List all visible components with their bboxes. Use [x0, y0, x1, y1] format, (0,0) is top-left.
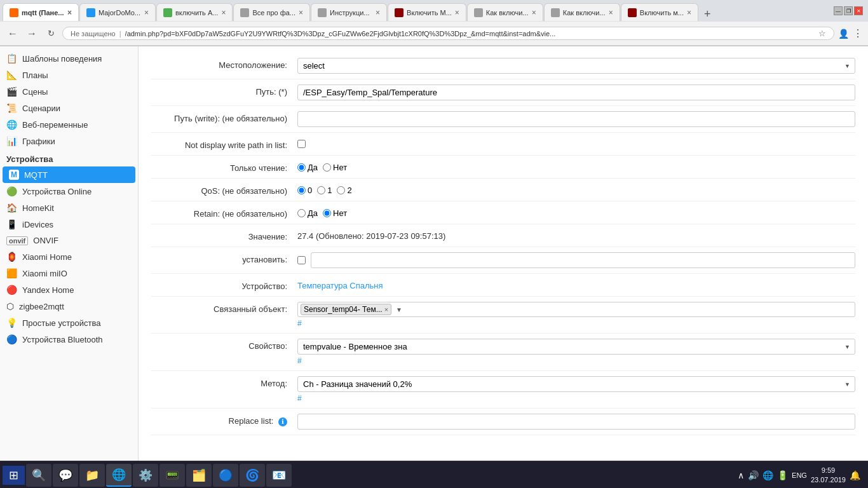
browser-tab-t5[interactable]: Инструкци... × [311, 3, 387, 21]
taskbar-search-button[interactable]: 🔍 [26, 464, 51, 487]
bookmark-icon[interactable]: ☆ [818, 29, 826, 38]
sidebar-item-plans[interactable]: 📐 Планы [0, 67, 138, 83]
method-select[interactable]: Ch - Разница значений 0,2% [297, 376, 855, 392]
sidebar-item-label: Сцены [22, 87, 48, 97]
tab-close-button[interactable]: × [455, 8, 459, 17]
retain-no-option[interactable]: Нет [323, 208, 347, 218]
sidebar-item-scenarios[interactable]: 📜 Сценарии [0, 100, 138, 116]
profile-icon[interactable]: 👤 [838, 29, 849, 39]
tab-close-button[interactable]: × [299, 8, 303, 17]
refresh-button[interactable]: ↻ [43, 29, 58, 38]
set-checkbox[interactable] [297, 256, 306, 264]
sidebar-item-simple[interactable]: 💡 Простые устройства [0, 315, 138, 331]
value-row: Значение: 27.4 (Обновлено: 2019-07-23 09… [151, 224, 855, 247]
sidebar-item-bluetooth[interactable]: 🔵 Устройства Bluetooth [0, 331, 138, 348]
set-input[interactable] [311, 252, 855, 268]
sidebar-item-yandex[interactable]: 🔴 Yandex Home [0, 281, 138, 298]
tray-up-arrow[interactable]: ∧ [738, 470, 744, 480]
retain-yes-radio[interactable] [297, 209, 306, 217]
write-path-input[interactable] [297, 111, 855, 127]
retain-no-radio[interactable] [323, 209, 331, 217]
tray-network-icon[interactable]: 🌐 [763, 470, 773, 480]
browser-tab-t7[interactable]: Как включи... × [467, 3, 543, 21]
tab-close-button[interactable]: × [221, 8, 226, 17]
qos-2-radio[interactable] [337, 186, 345, 194]
sidebar-item-xiaomi-mio[interactable]: 🟧 Xiaomi miIO [0, 265, 138, 281]
sidebar-item-mqtt[interactable]: M MQTT [3, 166, 135, 183]
taskbar-browser-button[interactable]: 🌐 [106, 464, 132, 487]
forward-button[interactable]: → [24, 28, 39, 39]
taskbar-cortana-button[interactable]: 💬 [53, 464, 78, 487]
menu-icon[interactable]: ⋮ [853, 27, 863, 39]
sidebar-item-xiaomi-home[interactable]: 🏮 Xiaomi Home [0, 248, 138, 265]
sidebar-item-homekit[interactable]: 🏠 HomeKit [0, 200, 138, 216]
simple-icon: 💡 [6, 318, 17, 328]
taskbar-settings-button[interactable]: ⚙️ [133, 464, 158, 487]
tab-close-button[interactable]: × [609, 8, 613, 17]
sidebar-item-online[interactable]: 🟢 Устройства Online [0, 183, 138, 200]
sidebar-item-templates[interactable]: 📋 Шаблоны поведения [0, 50, 138, 67]
readonly-no-radio[interactable] [323, 163, 331, 172]
tray-notification-icon[interactable]: 🔔 [850, 470, 860, 480]
sidebar-item-zigbee[interactable]: ⬡ zigbee2mqtt [0, 298, 138, 315]
readonly-yes-radio[interactable] [297, 163, 306, 172]
readonly-no-option[interactable]: Нет [323, 163, 347, 172]
sidebar-item-label: Шаблоны поведения [22, 54, 102, 64]
linked-tag-remove[interactable]: × [384, 306, 388, 313]
property-hash-link[interactable]: # [297, 356, 855, 365]
tab-close-button[interactable]: × [532, 8, 536, 17]
qos-1-option[interactable]: 1 [317, 186, 332, 195]
sidebar-item-scenes[interactable]: 🎬 Сцены [0, 83, 138, 100]
readonly-yes-option[interactable]: Да [297, 163, 318, 172]
path-input[interactable] [297, 85, 855, 100]
taskbar-chrome-button[interactable]: 🌀 [240, 464, 265, 487]
qos-0-option[interactable]: 0 [297, 186, 312, 195]
taskbar-files-button[interactable]: 📁 [79, 464, 105, 487]
new-tab-button[interactable]: + [699, 8, 716, 21]
sidebar-item-web-vars[interactable]: 🌐 Веб-переменные [0, 116, 138, 133]
qos-1-radio[interactable] [317, 186, 325, 194]
browser-tab-t8[interactable]: Как включи... × [544, 3, 620, 21]
browser-tab-t2[interactable]: MajorDoMo... × [79, 3, 156, 21]
location-select[interactable]: select [297, 58, 855, 74]
linked-dropdown-button[interactable]: ▼ [394, 306, 404, 314]
browser-tab-t1[interactable]: mqtt (Пане... × [3, 3, 79, 21]
close-button[interactable]: ✕ [854, 6, 863, 15]
sidebar-item-onvif[interactable]: onvif ONVIF [0, 233, 138, 248]
location-label: Местоположение: [151, 58, 297, 70]
taskbar-folder-button[interactable]: 🗂️ [186, 464, 212, 487]
sidebar-item-label: iDevices [22, 220, 53, 229]
qos-0-radio[interactable] [297, 186, 306, 194]
no-display-checkbox[interactable] [297, 140, 306, 148]
tray-battery-icon[interactable]: 🔋 [777, 470, 788, 480]
start-button[interactable]: ⊞ [3, 466, 25, 485]
readonly-row: Только чтение: Да Нет [151, 156, 855, 179]
browser-tab-t9[interactable]: Включить м... × [621, 3, 698, 21]
back-button[interactable]: ← [5, 28, 20, 39]
tray-volume-icon[interactable]: 🔊 [748, 470, 759, 480]
tab-close-button[interactable]: × [376, 8, 380, 17]
linked-hash-link[interactable]: # [297, 319, 855, 328]
tab-close-button[interactable]: × [687, 8, 691, 17]
minimize-button[interactable]: — [834, 6, 843, 15]
browser-tab-t6[interactable]: Включить М... × [388, 3, 466, 21]
retain-row: Retain: (не обязательно) Да Нет [151, 201, 855, 224]
sidebar-item-idevices[interactable]: 📱 iDevices [0, 216, 138, 233]
replace-input[interactable] [297, 414, 855, 430]
property-select[interactable]: tempvalue - Временное зна [297, 339, 855, 355]
browser-tab-t3[interactable]: включить А... × [156, 3, 233, 21]
browser-tab-t4[interactable]: Все про фа... × [233, 3, 310, 21]
write-path-label: Путь (write): (не обязательно) [151, 111, 297, 123]
tab-close-button[interactable]: × [67, 8, 72, 17]
tab-close-button[interactable]: × [144, 8, 149, 17]
sidebar-item-graphs[interactable]: 📊 Графики [0, 133, 138, 149]
taskbar-powershell-button[interactable]: 📟 [159, 464, 185, 487]
device-link[interactable]: Температура Спальня [297, 279, 383, 290]
retain-yes-option[interactable]: Да [297, 208, 318, 218]
taskbar-ie-button[interactable]: 🔵 [213, 464, 238, 487]
method-hash-link[interactable]: # [297, 394, 855, 403]
qos-2-option[interactable]: 2 [337, 186, 351, 195]
value-control: 27.4 (Обновлено: 2019-07-23 09:57:13) [297, 229, 855, 241]
taskbar-app2-button[interactable]: 📧 [266, 464, 292, 487]
restore-button[interactable]: ❐ [844, 6, 853, 15]
